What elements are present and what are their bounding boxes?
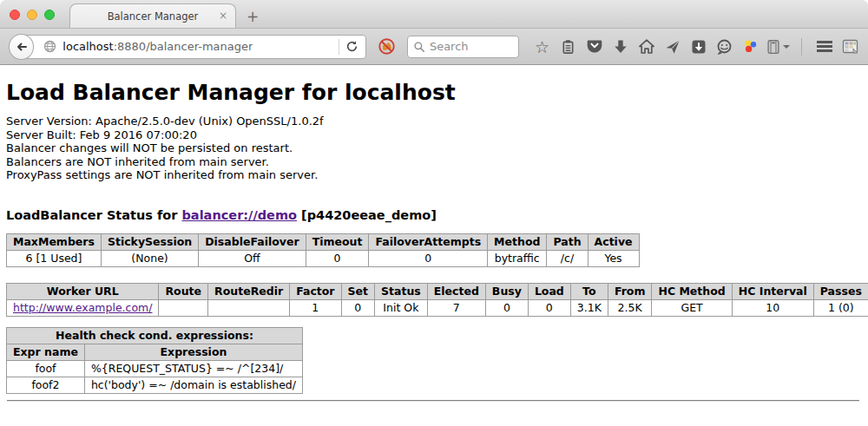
column-header: Method	[488, 233, 547, 250]
cell: 0	[528, 299, 570, 316]
search-input[interactable]	[430, 40, 512, 53]
window-controls	[10, 10, 55, 20]
page-content: Load Balancer Manager for localhost Serv…	[0, 80, 868, 426]
cell: 0	[306, 250, 369, 266]
home-icon[interactable]	[637, 37, 655, 56]
column-header: Route	[159, 283, 208, 299]
table-title: Health check cond. expressions:	[7, 327, 303, 344]
reload-button[interactable]	[339, 40, 365, 53]
cell: http://www.example.com/	[7, 299, 159, 316]
cell: /c/	[547, 250, 588, 266]
cell	[208, 299, 290, 316]
server-info: Server Version: Apache/2.5.0-dev (Unix) …	[6, 115, 861, 182]
column-header: Active	[588, 233, 639, 250]
close-window-button[interactable]	[10, 10, 20, 20]
cell	[159, 299, 208, 316]
column-header: Passes	[813, 283, 868, 299]
navigation-toolbar: localhost:8880/balancer-manager	[0, 29, 868, 65]
column-header: DisableFailover	[199, 233, 306, 250]
column-header: Worker URL	[7, 283, 159, 299]
status-heading-suffix: [p4420eeae_demo]	[297, 208, 437, 222]
send-plane-icon[interactable]	[663, 37, 681, 56]
column-header: RouteRedir	[208, 283, 290, 299]
titlebar: Balancer Manager × +	[0, 0, 868, 29]
cell: Yes	[588, 250, 639, 266]
cell: 1	[290, 299, 341, 316]
tab-groups-icon[interactable]	[841, 37, 859, 56]
column-header: StickySession	[101, 233, 198, 250]
minimize-window-button[interactable]	[27, 10, 37, 20]
new-tab-button[interactable]: +	[247, 10, 259, 24]
url-path: :8880/balancer-manager	[114, 40, 253, 53]
archive-icon[interactable]	[767, 37, 790, 56]
cell: GET	[652, 299, 732, 316]
column-header: Path	[547, 233, 588, 250]
column-header: Timeout	[306, 233, 369, 250]
balancer-status-table: MaxMembersStickySessionDisableFailoverTi…	[6, 233, 640, 267]
column-header: Set	[341, 283, 374, 299]
cell: 0	[341, 299, 374, 316]
clipboard-icon[interactable]	[559, 37, 577, 56]
column-header: To	[570, 283, 608, 299]
proxypass-warning-line: ProxyPass settings are NOT inherited fro…	[6, 168, 861, 182]
url-text[interactable]: localhost:8880/balancer-manager	[62, 40, 253, 53]
table-row: foof2hc('body') =~ /domain is establishe…	[7, 377, 303, 393]
hamburger-icon	[817, 41, 832, 43]
cell: Init Ok	[375, 299, 428, 316]
cell: Off	[199, 250, 306, 266]
cell: 3.1K	[570, 299, 608, 316]
zoom-window-button[interactable]	[44, 10, 55, 20]
back-button[interactable]	[9, 34, 34, 60]
server-version-line: Server Version: Apache/2.5.0-dev (Unix) …	[6, 115, 861, 128]
tab-balancer-manager[interactable]: Balancer Manager ×	[69, 3, 236, 28]
cell: %{REQUEST_STATUS} =~ /^[234]/	[84, 360, 302, 377]
search-icon	[413, 41, 425, 53]
column-header: Status	[375, 283, 428, 299]
status-heading-prefix: LoadBalancer Status for	[6, 208, 181, 222]
column-header: HC Method	[652, 283, 732, 299]
cell: 1 (0)	[813, 299, 868, 316]
footer-rule	[7, 400, 859, 402]
worker-url-link[interactable]: http://www.example.com/	[13, 301, 152, 314]
persist-warning-line: Balancer changes will NOT be persisted o…	[6, 141, 861, 155]
column-header: Elected	[427, 283, 485, 299]
menu-button[interactable]	[815, 37, 833, 56]
downloads-icon[interactable]	[611, 37, 629, 56]
cell: 0	[369, 250, 488, 266]
column-header: HC Interval	[732, 283, 813, 299]
column-header: Expression	[84, 344, 302, 360]
cell: 7	[427, 299, 485, 316]
reload-icon	[345, 40, 358, 53]
cell: 0	[485, 299, 528, 316]
cell: foof	[7, 360, 85, 377]
tab-close-icon[interactable]: ×	[219, 10, 227, 22]
search-box[interactable]	[407, 36, 519, 58]
cell: hc('body') =~ /domain is established/	[84, 377, 302, 393]
plugin-blocked-icon[interactable]	[378, 37, 396, 56]
cell: (None)	[101, 250, 198, 266]
column-header: Busy	[485, 283, 528, 299]
back-arrow-icon	[15, 40, 29, 54]
color-dots-icon[interactable]	[741, 37, 760, 56]
inherit-warning-line: Balancers are NOT inherited from main se…	[6, 155, 861, 169]
toolbar-divider	[801, 38, 802, 56]
table-row: 6 [1 Used](None)Off00bytraffic/c/Yes	[7, 250, 640, 266]
tab-title: Balancer Manager	[108, 10, 199, 23]
balancer-demo-link[interactable]: balancer://demo	[181, 208, 297, 222]
column-header: Load	[528, 283, 570, 299]
url-bar[interactable]: localhost:8880/balancer-manager	[20, 35, 366, 59]
bookmark-star-icon[interactable]: ☆	[533, 37, 551, 56]
emoji-chat-icon[interactable]	[715, 37, 733, 56]
column-header: MaxMembers	[7, 233, 102, 250]
column-header: From	[608, 283, 652, 299]
table-row: foof%{REQUEST_STATUS} =~ /^[234]/	[7, 360, 303, 377]
server-built-line: Server Built: Feb 9 2016 07:00:20	[6, 128, 861, 142]
column-header: FailoverAttempts	[369, 233, 488, 250]
download-box-icon[interactable]	[689, 37, 707, 56]
pocket-icon[interactable]	[585, 37, 603, 56]
toolbar-icons: ☆	[533, 37, 859, 56]
browser-window: Balancer Manager × + localhost:8880/bala…	[0, 0, 868, 426]
loadbalancer-status-heading: LoadBalancer Status for balancer://demo …	[6, 208, 861, 222]
cell: bytraffic	[488, 250, 547, 266]
cell: foof2	[7, 377, 85, 393]
